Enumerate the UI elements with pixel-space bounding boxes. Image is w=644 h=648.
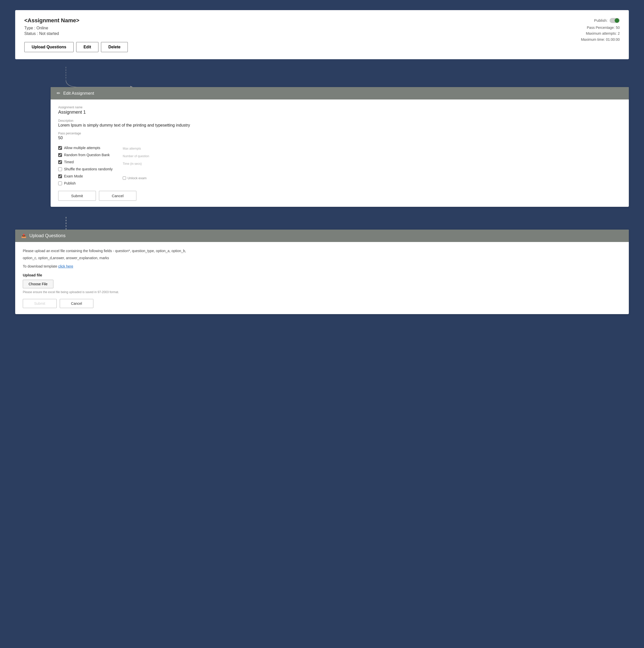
- connector-arrow: [66, 67, 142, 87]
- shuffle-row: Shuffle the questions randomly: [58, 166, 113, 173]
- edit-cancel-button[interactable]: Cancel: [99, 191, 137, 201]
- upload-questions-button[interactable]: Upload Questions: [24, 42, 74, 52]
- upload-card: 📤 Upload Questions Please upload an exce…: [15, 230, 629, 314]
- empty-right-label: [123, 168, 149, 175]
- unlock-exam-label: Unlock exam: [127, 176, 147, 180]
- upload-modal-header: 📤 Upload Questions: [15, 230, 629, 242]
- upload-submit-button[interactable]: Submit: [23, 299, 57, 308]
- pass-percentage-value: 50: [58, 136, 621, 140]
- exam-mode-row: Exam Mode: [58, 173, 113, 180]
- allow-multiple-row: Allow multiple attempts: [58, 144, 113, 151]
- random-qbank-label: Random from Question Bank: [64, 153, 110, 157]
- unlock-exam-checkbox[interactable]: [123, 176, 126, 180]
- checkbox-section: Allow multiple attempts Random from Ques…: [58, 144, 621, 187]
- template-text: To download template: [23, 264, 58, 268]
- publish-checkbox-row: Publish: [58, 180, 113, 187]
- assignment-card: <Assignment Name> Type : Online Status :…: [15, 10, 629, 59]
- allow-multiple-checkbox[interactable]: [58, 146, 62, 150]
- pass-percentage: Pass Percentage: 50: [581, 25, 620, 31]
- upload-modal-body: Please upload an excel file containing t…: [15, 242, 629, 314]
- toggle-knob: [614, 18, 619, 23]
- edit-modal-footer: Submit Cancel: [58, 191, 621, 201]
- pencil-icon: [57, 91, 61, 96]
- instruction-line1: Please upload an excel file containing t…: [23, 249, 186, 253]
- svg-marker-1: [130, 86, 133, 87]
- exam-mode-label: Exam Mode: [64, 174, 83, 178]
- upload-file-label: Upload file: [23, 273, 621, 277]
- assignment-name-label: Assignment name: [58, 106, 621, 109]
- upload-instruction-1: Please upload an excel file containing t…: [23, 248, 621, 254]
- pass-percentage-label: Pass percentage: [58, 131, 621, 135]
- edit-button[interactable]: Edit: [76, 42, 99, 52]
- upload-icon: 📤: [21, 233, 26, 238]
- checkboxes-right: Max attempts Number of question Time (in…: [123, 144, 149, 187]
- vertical-connector-line: [66, 217, 66, 230]
- upload-instruction-2: option_c, option_d,answer, answer_explan…: [23, 255, 621, 261]
- publish-toggle[interactable]: [609, 18, 620, 23]
- description-value: Lorem Ipsum is simply dummy text of the …: [58, 123, 621, 127]
- upload-cancel-button[interactable]: Cancel: [60, 299, 94, 308]
- shuffle-checkbox[interactable]: [58, 167, 62, 171]
- instruction-line2: option_c, option_d,answer, answer_explan…: [23, 256, 109, 260]
- upload-footer: Submit Cancel: [23, 299, 621, 308]
- publish-checkbox[interactable]: [58, 181, 62, 185]
- assignment-status: Status : Not started: [24, 32, 128, 36]
- random-qbank-row: Random from Question Bank: [58, 151, 113, 158]
- num-question-right-label: Number of question: [123, 152, 149, 160]
- max-time: Maximum time: 01:00:00: [581, 37, 620, 43]
- publish-row: Publish:: [581, 17, 620, 24]
- timed-row: Timed: [58, 158, 113, 166]
- checkboxes-left: Allow multiple attempts Random from Ques…: [58, 144, 113, 187]
- random-qbank-checkbox[interactable]: [58, 153, 62, 157]
- publish-checkbox-label: Publish: [64, 181, 76, 185]
- exam-mode-checkbox[interactable]: [58, 174, 62, 178]
- template-link-row: To download template click here: [23, 264, 621, 268]
- timed-checkbox[interactable]: [58, 160, 62, 164]
- allow-multiple-label: Allow multiple attempts: [64, 146, 100, 150]
- choose-file-button[interactable]: Choose File: [23, 280, 53, 288]
- edit-modal-title: Edit Assignment: [63, 91, 94, 96]
- time-right-label: Time (in secs): [123, 160, 149, 168]
- edit-modal-body: Assignment name Assignment 1 Description…: [51, 100, 629, 207]
- assignment-title: <Assignment Name>: [24, 17, 128, 24]
- description-label: Description: [58, 119, 621, 122]
- edit-modal: Edit Assignment Assignment name Assignme…: [51, 87, 629, 207]
- publish-label: Publish:: [594, 17, 607, 24]
- max-attempts-right-label: Max attempts: [123, 145, 149, 152]
- shuffle-label: Shuffle the questions randomly: [64, 167, 113, 171]
- assignment-name-value: Assignment 1: [58, 110, 621, 115]
- upload-modal-title: Upload Questions: [30, 233, 65, 238]
- unlock-exam-row: Unlock exam: [123, 176, 149, 180]
- file-note: Please ensure the excel file being uploa…: [23, 290, 621, 294]
- edit-submit-button[interactable]: Submit: [58, 191, 96, 201]
- edit-modal-header: Edit Assignment: [51, 87, 629, 100]
- assignment-type: Type : Online: [24, 26, 128, 31]
- max-attempts: Maximum attempts: 2: [581, 31, 620, 37]
- delete-button[interactable]: Delete: [101, 42, 128, 52]
- assignment-right: Publish: Pass Percentage: 50 Maximum att…: [581, 17, 620, 43]
- action-buttons: Upload Questions Edit Delete: [24, 42, 128, 52]
- timed-label: Timed: [64, 160, 74, 164]
- assignment-left: <Assignment Name> Type : Online Status :…: [24, 17, 128, 52]
- template-link[interactable]: click here: [58, 264, 73, 268]
